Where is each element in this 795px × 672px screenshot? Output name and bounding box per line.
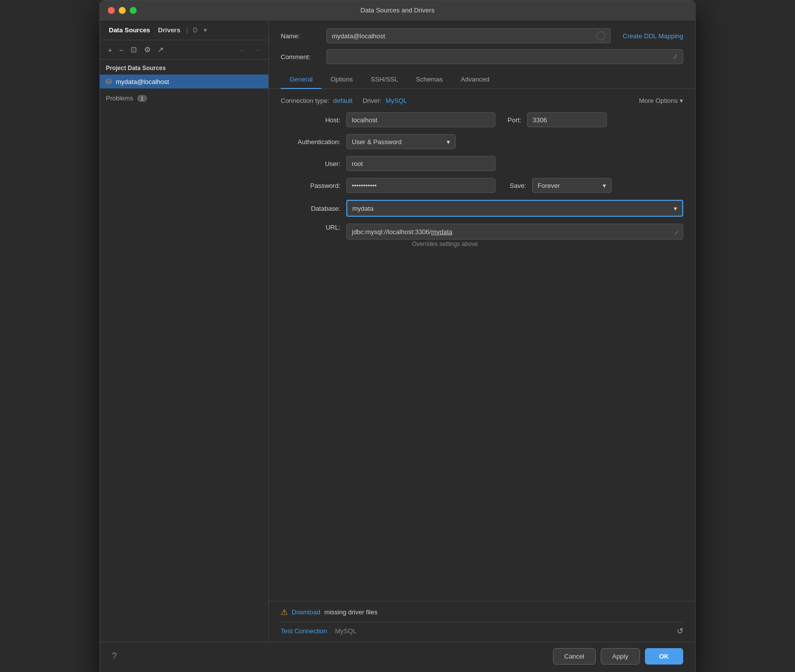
- user-label: User:: [281, 160, 340, 168]
- copy-button[interactable]: ⊡: [128, 43, 140, 56]
- name-circle-icon: [596, 31, 605, 40]
- host-input[interactable]: [346, 112, 495, 127]
- maximize-button[interactable]: [130, 7, 137, 14]
- name-row: Name: mydata@localhost Create DDL Mappin…: [269, 20, 695, 47]
- footer-buttons: Cancel Apply OK: [553, 648, 684, 665]
- window-controls: [108, 7, 137, 14]
- connection-type-left: Connection type: default Driver: MySQL: [281, 97, 407, 104]
- back-button[interactable]: ←: [236, 44, 249, 56]
- database-icon: ⛁: [106, 78, 112, 85]
- sidebar-item-label: mydata@localhost: [116, 78, 169, 85]
- refresh-icon[interactable]: ↺: [677, 626, 683, 636]
- tab-general[interactable]: General: [281, 71, 321, 89]
- test-conn-left: Test Connection MySQL: [281, 627, 357, 635]
- auth-label: Authentication:: [281, 138, 340, 146]
- user-row: User:: [281, 156, 683, 171]
- bottom-bar: ⚠ Download missing driver files Test Con…: [269, 601, 695, 642]
- ct-value[interactable]: default: [333, 97, 353, 104]
- ok-button[interactable]: OK: [645, 648, 684, 665]
- database-label: Database:: [281, 205, 340, 212]
- close-button[interactable]: [108, 7, 115, 14]
- right-panel: Name: mydata@localhost Create DDL Mappin…: [269, 20, 695, 642]
- tab-options[interactable]: Options: [321, 71, 362, 89]
- remove-button[interactable]: −: [116, 44, 127, 56]
- sidebar-tab-d-icon[interactable]: D: [191, 24, 199, 36]
- cancel-button[interactable]: Cancel: [553, 648, 596, 665]
- apply-button[interactable]: Apply: [601, 648, 640, 665]
- minimize-button[interactable]: [119, 7, 126, 14]
- port-label: Port:: [501, 116, 521, 124]
- help-button[interactable]: ?: [112, 651, 117, 662]
- password-label: Password:: [281, 182, 340, 189]
- tab-datasources[interactable]: Data Sources: [106, 24, 153, 36]
- auth-select[interactable]: User & Password ▾: [346, 134, 456, 149]
- connection-type-row: Connection type: default Driver: MySQL M…: [281, 97, 683, 104]
- driver-value[interactable]: MySQL: [386, 97, 407, 104]
- name-input[interactable]: mydata@localhost: [326, 28, 611, 43]
- problems-label: Problems: [106, 94, 133, 102]
- more-options[interactable]: More Options ▾: [639, 97, 683, 104]
- warning-icon: ⚠: [281, 607, 288, 617]
- url-row: URL: jdbc:mysql://localhost:3306/mydata …: [281, 224, 683, 248]
- sidebar-actions: + − ⊡ ⚙ ↗ ← →: [100, 40, 268, 60]
- host-label: Host:: [281, 116, 340, 124]
- driver-label: Driver:: [363, 97, 382, 104]
- dialog-footer: ? Cancel Apply OK: [100, 642, 695, 671]
- tab-schemas[interactable]: Schemas: [407, 71, 452, 89]
- name-label: Name:: [281, 32, 320, 40]
- download-row: ⚠ Download missing driver files: [281, 607, 683, 617]
- download-link[interactable]: Download: [292, 608, 320, 616]
- sidebar-tabs: Data Sources Drivers | D ▾: [100, 20, 268, 40]
- test-connection-link[interactable]: Test Connection: [281, 627, 327, 635]
- database-select[interactable]: mydata ▾: [346, 200, 683, 217]
- section-label: Project Data Sources: [100, 60, 268, 75]
- comment-label: Comment:: [281, 53, 320, 61]
- save-select[interactable]: Forever ▾: [532, 178, 612, 193]
- dialog-title: Data Sources and Drivers: [361, 6, 435, 14]
- tab-advanced[interactable]: Advanced: [452, 71, 498, 89]
- port-input[interactable]: [527, 112, 607, 127]
- create-ddl-link[interactable]: Create DDL Mapping: [623, 32, 683, 40]
- ct-label: Connection type:: [281, 97, 329, 104]
- sidebar-item-mydata[interactable]: ⛁ mydata@localhost: [100, 75, 268, 88]
- url-input[interactable]: jdbc:mysql://localhost:3306/mydata ⤢: [346, 224, 683, 240]
- tab-sshssl[interactable]: SSH/SSL: [362, 71, 407, 89]
- save-label: Save:: [501, 182, 526, 189]
- chevron-down-icon: ▾: [680, 97, 683, 104]
- add-button[interactable]: +: [105, 44, 115, 56]
- dialog: Data Sources and Drivers Data Sources Dr…: [99, 0, 696, 672]
- forward-button[interactable]: →: [250, 44, 263, 56]
- override-text: Overrides settings above: [412, 241, 683, 248]
- form-area: Connection type: default Driver: MySQL M…: [269, 89, 695, 601]
- main-content: Data Sources Drivers | D ▾ + − ⊡ ⚙ ↗ ← →…: [100, 20, 695, 642]
- auth-row: Authentication: User & Password ▾: [281, 134, 683, 149]
- expand-icon: ⤢: [674, 230, 679, 236]
- url-label: URL:: [281, 224, 340, 231]
- title-bar: Data Sources and Drivers: [100, 0, 695, 20]
- comment-row: Comment: ⤢: [269, 47, 695, 70]
- comment-input[interactable]: ⤢: [326, 49, 683, 64]
- export-button[interactable]: ↗: [155, 43, 167, 56]
- problems-section: Problems 1: [100, 88, 268, 108]
- database-row: Database: mydata ▾: [281, 200, 683, 217]
- chevron-down-icon: ▾: [603, 182, 606, 189]
- test-connection-row: Test Connection MySQL ↺: [281, 622, 683, 636]
- url-input-container: jdbc:mysql://localhost:3306/mydata ⤢ Ove…: [346, 224, 683, 248]
- chevron-down-icon[interactable]: ▾: [202, 24, 209, 36]
- tab-divider: |: [186, 26, 188, 34]
- chevron-down-icon: ▾: [674, 205, 677, 212]
- problems-badge: 1: [137, 95, 147, 102]
- settings-button[interactable]: ⚙: [141, 43, 154, 56]
- user-input[interactable]: [346, 156, 495, 171]
- test-connection-db: MySQL: [335, 627, 356, 635]
- expand-icon: ⤢: [673, 53, 678, 60]
- url-underline: mydata: [431, 228, 453, 236]
- tabs-bar: General Options SSH/SSL Schemas Advanced: [269, 70, 695, 89]
- download-text: missing driver files: [324, 608, 378, 616]
- host-port-row: Host: Port:: [281, 112, 683, 127]
- chevron-down-icon: ▾: [447, 138, 450, 146]
- tab-drivers[interactable]: Drivers: [155, 24, 183, 36]
- password-input[interactable]: [346, 178, 495, 193]
- sidebar: Data Sources Drivers | D ▾ + − ⊡ ⚙ ↗ ← →…: [100, 20, 269, 642]
- password-row: Password: Save: Forever ▾: [281, 178, 683, 193]
